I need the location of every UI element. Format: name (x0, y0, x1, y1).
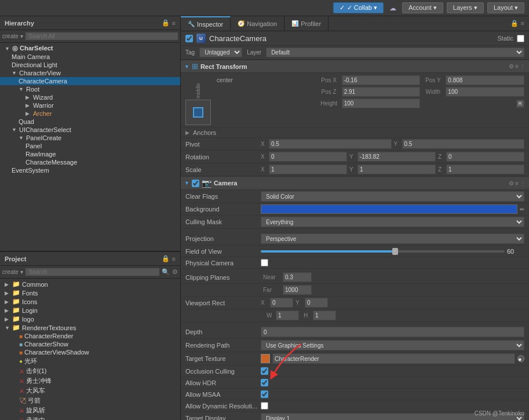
allow-hdr-checkbox[interactable] (261, 379, 268, 386)
background-edit-icon[interactable]: ✏ (520, 206, 524, 213)
tree-item-quad[interactable]: Quad (0, 118, 180, 126)
far-input[interactable] (283, 285, 312, 295)
tree-item-warrior[interactable]: ▶ Warrior (0, 101, 180, 109)
height-input[interactable] (342, 98, 421, 108)
rect-extra-icon[interactable]: ⋮ (520, 63, 526, 70)
project-settings-icon[interactable]: ⚙ (172, 268, 178, 276)
project-item-charrender[interactable]: ■ CharacterRender (0, 332, 180, 340)
allow-dynamic-checkbox[interactable] (261, 402, 268, 410)
target-texture-thumb[interactable] (261, 354, 270, 363)
camera-enabled-checkbox[interactable] (192, 180, 199, 187)
project-item-gongjian[interactable]: 🏹 弓箭 (0, 396, 180, 406)
tree-item-maincamera[interactable]: Main Camera (0, 53, 180, 61)
project-search-icon[interactable]: 🔍 (162, 268, 170, 276)
hierarchy-create-menu[interactable]: create ▾ (2, 33, 23, 39)
physical-camera-checkbox[interactable] (261, 259, 268, 266)
tree-item-characterview[interactable]: ▼ CharacterView (0, 69, 180, 77)
static-checkbox[interactable] (517, 35, 524, 42)
project-item-icons[interactable]: ▶ 📁 Icons (0, 297, 180, 306)
target-texture-pick-icon[interactable]: ● (517, 355, 524, 362)
project-item-guanghuan[interactable]: ● 光环 (0, 356, 180, 366)
rendering-path-select[interactable]: Use Graphics Settings (261, 340, 524, 350)
cloud-icon[interactable]: ☁ (387, 3, 399, 13)
culling-mask-select[interactable]: Everything (261, 217, 524, 227)
pivot-x-input[interactable] (269, 139, 392, 149)
tree-item-dirlight[interactable]: Directional Light (0, 61, 180, 69)
camera-component-header[interactable]: ▼ 📷 Camera ⚙ ≡ ⋮ (181, 176, 529, 190)
rect-transform-header[interactable]: ▼ ⊞ Rect Transform ⚙ ≡ ⋮ (181, 60, 529, 73)
camera-extra-icon[interactable]: ⋮ (520, 180, 526, 187)
vp-h-input[interactable] (313, 311, 336, 320)
project-item-rendtex[interactable]: ▼ 📁 RendererTextoures (0, 323, 180, 332)
rect-r-button[interactable]: R (516, 100, 525, 108)
project-create-menu[interactable]: create ▾ (2, 269, 23, 275)
fov-slider[interactable]: 60 (261, 248, 524, 255)
depth-input[interactable] (261, 327, 524, 337)
tree-item-panelcreate[interactable]: ▼ PanelCreate (0, 134, 180, 142)
project-item-yongshi[interactable]: ⚔ 勇士冲锋 (0, 376, 180, 386)
project-item-chengxuan[interactable]: ⚔ 承选中 (0, 415, 180, 420)
width-input[interactable] (446, 87, 524, 97)
vp-x-input[interactable] (270, 298, 293, 308)
layout-button[interactable]: Layout ▾ (487, 2, 524, 13)
tree-item-rawimage[interactable]: RawImage (0, 150, 180, 158)
near-input[interactable] (283, 272, 312, 282)
collab-button[interactable]: ✓ ✓ Collab ▾ (333, 2, 384, 13)
target-texture-input[interactable] (272, 353, 515, 364)
project-item-charshow[interactable]: ■ CharacterShow (0, 340, 180, 348)
hierarchy-search-input[interactable] (25, 32, 178, 40)
scale-y-input[interactable] (357, 165, 436, 174)
tree-item-wizard[interactable]: ▶ Wizard (0, 93, 180, 101)
camera-menu-icon[interactable]: ≡ (515, 180, 519, 187)
account-button[interactable]: Account ▾ (402, 2, 443, 13)
tag-select[interactable]: Untagged (199, 48, 242, 57)
inspector-scroll[interactable]: U Static Tag Untagged Layer Default ▼ ⊞ (181, 31, 529, 420)
rect-menu-icon[interactable]: ≡ (515, 63, 519, 70)
project-search-input[interactable] (25, 268, 159, 276)
tree-item-eventsystem[interactable]: EventSystem (0, 166, 180, 174)
project-lock-icon[interactable]: 🔒 (162, 255, 170, 262)
hierarchy-menu-icon[interactable]: ≡ (172, 20, 176, 27)
go-active-checkbox[interactable] (185, 35, 193, 42)
rot-y-input[interactable] (357, 152, 436, 162)
scale-z-input[interactable] (446, 165, 524, 174)
clear-flags-select[interactable]: Solid Color (261, 191, 524, 202)
posy-input[interactable] (446, 75, 524, 85)
tree-item-charselect[interactable]: ▼ ◎ CharSelect (0, 44, 180, 53)
tree-item-charactecamera[interactable]: CharacteCamera (0, 77, 180, 85)
scale-x-input[interactable] (269, 165, 347, 174)
pivot-y-input[interactable] (402, 139, 525, 149)
inspector-menu-icon[interactable]: ≡ (521, 20, 524, 27)
vp-w-input[interactable] (276, 311, 299, 320)
posx-input[interactable] (342, 75, 421, 85)
projection-select[interactable]: Perspective (261, 233, 524, 244)
tree-item-archer[interactable]: ▶ Archer (0, 109, 180, 118)
project-item-jijian[interactable]: ⚔ 击剑(1) (0, 366, 180, 376)
go-name-field[interactable] (209, 34, 494, 43)
rect-icon-box[interactable] (185, 100, 211, 125)
project-item-dafengche[interactable]: ⚔ 大风车 (0, 386, 180, 396)
project-item-common[interactable]: ▶ 📁 Common (0, 280, 180, 288)
tab-inspector[interactable]: 🔧 Inspector (181, 16, 231, 31)
vp-y-input[interactable] (305, 298, 328, 308)
background-color-swatch[interactable] (261, 204, 517, 214)
project-menu-icon[interactable]: ≡ (172, 255, 176, 262)
rect-settings-icon[interactable]: ⚙ (509, 63, 514, 70)
project-item-fonts[interactable]: ▶ 📁 Fonts (0, 288, 180, 297)
tab-navigation[interactable]: 🧭 Navigation (231, 16, 284, 31)
layer-select[interactable]: Default (266, 48, 524, 57)
allow-msaa-checkbox[interactable] (261, 390, 268, 398)
posz-input[interactable] (342, 87, 421, 97)
tab-profiler[interactable]: 📊 Profiler (284, 16, 329, 31)
project-item-charviewshadow[interactable]: ■ CharacterViewShadow (0, 348, 180, 356)
fov-slider-thumb[interactable] (392, 248, 398, 255)
layers-button[interactable]: Layers ▾ (447, 2, 484, 13)
rot-z-input[interactable] (446, 152, 524, 162)
project-item-xuanfeng[interactable]: ⚔ 旋风斩 (0, 406, 180, 415)
camera-settings-icon[interactable]: ⚙ (509, 180, 514, 187)
tree-item-root[interactable]: ▼ Root (0, 85, 180, 93)
tree-item-panel[interactable]: Panel (0, 142, 180, 150)
occlusion-culling-checkbox[interactable] (261, 367, 268, 375)
rot-x-input[interactable] (269, 152, 347, 162)
project-item-login[interactable]: ▶ 📁 Login (0, 306, 180, 315)
